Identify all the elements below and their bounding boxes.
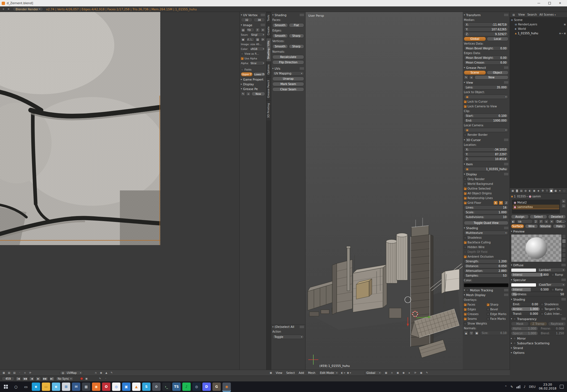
uv-view-menu-icon[interactable]: ▤ bbox=[7, 371, 11, 375]
outliner-row-object[interactable]: ▲ 1_01555_huhu ◉ ▸ ▣ bbox=[510, 31, 567, 35]
normals-size-field[interactable]: Size:0.10 bbox=[480, 331, 508, 335]
uv-image-editor-canvas[interactable] bbox=[0, 12, 240, 370]
taskbar-app-chrome-icon[interactable]: ◎ bbox=[112, 383, 120, 391]
lock-to-cursor-toggle[interactable]: Lock to Cursor bbox=[464, 100, 508, 104]
mean-crease-field[interactable]: Mean Crease:0.00 bbox=[464, 61, 508, 65]
dof-toggle[interactable]: Depth Of Field bbox=[464, 250, 508, 254]
viewport-shading-icon[interactable]: ◐ bbox=[341, 371, 345, 375]
mask-button[interactable]: Mask bbox=[511, 322, 529, 326]
gp-new-button[interactable]: New bbox=[474, 75, 508, 79]
panel-shading-mat[interactable]: Shading bbox=[510, 297, 567, 302]
median-y-field[interactable]: Y:107.62265 bbox=[464, 27, 508, 32]
panel-display-3d[interactable]: Display bbox=[463, 172, 510, 176]
unwrap-button[interactable]: Unwrap bbox=[272, 77, 304, 81]
panel-mesh-display[interactable]: Mesh Display bbox=[463, 292, 510, 297]
colorspace-select[interactable]: sRGB bbox=[249, 47, 265, 51]
restore-button[interactable] bbox=[544, 0, 555, 6]
panel-preview[interactable]: Preview bbox=[510, 229, 567, 234]
data-context-icon[interactable]: ▽ bbox=[545, 188, 549, 193]
hidden-wire-toggle[interactable]: Hidden Wire bbox=[464, 245, 508, 249]
material-context-icon[interactable]: ● bbox=[549, 188, 553, 193]
panel-transparency[interactable]: Transparency bbox=[510, 316, 567, 321]
preview-cube-button[interactable] bbox=[562, 244, 566, 248]
material-link-select[interactable]: Dat... bbox=[555, 219, 566, 224]
ao-strength-field[interactable]: Strength:1.200 bbox=[464, 259, 508, 263]
uv-snap-icon[interactable]: ∩ bbox=[94, 371, 98, 375]
ao-samples-field[interactable]: Samples:53 bbox=[464, 274, 508, 278]
faces-flat-button[interactable]: Flat bbox=[289, 23, 304, 27]
tray-pen-icon[interactable]: ✎ bbox=[510, 385, 513, 389]
ao-distance-field[interactable]: Distance:0.050 bbox=[464, 264, 508, 268]
mesh-menu[interactable]: Mesh bbox=[307, 371, 316, 374]
physics-context-icon[interactable]: ◌ bbox=[562, 188, 566, 193]
only-render-toggle[interactable]: Only Render bbox=[464, 177, 508, 181]
specular-ramp-toggle[interactable]: Ramp bbox=[551, 288, 566, 291]
preview-flat-button[interactable] bbox=[562, 234, 566, 239]
selectability-icon[interactable]: ▸ bbox=[562, 32, 563, 35]
outliner-search-menu[interactable]: Search bbox=[527, 13, 537, 16]
taskbar-app-terminal-icon[interactable]: ›_ bbox=[162, 383, 171, 391]
grid-scale-field[interactable]: Scale:1.000 bbox=[464, 210, 508, 214]
jump-to-end-button[interactable]: ▶| bbox=[49, 377, 54, 381]
panel-mirror[interactable]: Mirror bbox=[510, 336, 567, 341]
panel-view[interactable]: View bbox=[463, 80, 510, 85]
outliner-view-menu[interactable]: View bbox=[518, 13, 525, 16]
layers-widget-icon[interactable]: ▦ bbox=[384, 371, 388, 375]
blend-field[interactable]: Blend:1.250 bbox=[539, 331, 566, 335]
overlay-edges-toggle[interactable]: Edges bbox=[464, 308, 486, 311]
particles-context-icon[interactable]: ∗ bbox=[558, 188, 562, 193]
tab-3d-printing[interactable]: 3D Printing bbox=[266, 100, 271, 120]
preview-world-button[interactable] bbox=[562, 258, 566, 262]
sync-select[interactable]: No Sync bbox=[56, 377, 74, 381]
renderability-icon[interactable]: ▣ bbox=[564, 32, 566, 35]
median-x-field[interactable]: X:-11.46719 bbox=[464, 23, 508, 27]
outliner-row-renderlayers[interactable]: ▤ RenderLayers ▣ bbox=[510, 22, 567, 26]
cursor-z-field[interactable]: Z:10.8516 bbox=[464, 157, 508, 161]
edge-bevel-weight-field[interactable]: Mean Bevel Weight:0.00 bbox=[464, 56, 508, 60]
overlay-creases-toggle[interactable]: Creases bbox=[464, 313, 486, 316]
grid-x-button[interactable]: X bbox=[493, 201, 498, 205]
expand-menu-icon[interactable]: + bbox=[2, 8, 4, 11]
new-material-icon[interactable]: + bbox=[544, 219, 549, 224]
taskbar-app-file-explorer-icon[interactable]: ▭ bbox=[42, 383, 50, 391]
panel-uv-vertex[interactable]: UV Vertex bbox=[240, 13, 266, 17]
grid-y-button[interactable]: Y bbox=[499, 201, 503, 205]
ambient-occlusion-toggle[interactable]: Ambient Occlusion bbox=[464, 255, 508, 259]
taskbar-app-opera-icon[interactable]: O bbox=[102, 383, 110, 391]
render-engine-select[interactable]: Blender Render bbox=[13, 7, 43, 11]
taskbar-app-calculator-icon[interactable]: ▦ bbox=[82, 383, 90, 391]
outliner-scope-select[interactable]: All Scenes bbox=[539, 13, 556, 16]
assign-button[interactable]: Assign bbox=[511, 215, 529, 219]
overlay-sharp-toggle[interactable]: Sharp bbox=[487, 303, 509, 306]
play-button[interactable]: ▶ bbox=[36, 377, 41, 381]
uv-vertex-x-field[interactable]: 32 bbox=[241, 18, 253, 22]
panel-redo[interactable]: (De)select All bbox=[271, 324, 305, 329]
panel-shading-3d[interactable]: Shading bbox=[463, 226, 510, 230]
taskbar-clock[interactable]: 23:20 06.02.2018 bbox=[539, 383, 556, 391]
grease-pencil-icon-3d[interactable]: ✎ bbox=[464, 75, 468, 79]
relationship-lines-toggle[interactable]: Relationship Lines bbox=[464, 196, 508, 200]
overlay-faces-toggle[interactable]: Faces bbox=[464, 303, 486, 306]
material-fake-user-button[interactable]: F bbox=[539, 219, 543, 224]
render-toggle-icon[interactable]: ▣ bbox=[564, 23, 566, 26]
properties-editor-icon[interactable]: ▦ bbox=[511, 188, 515, 193]
diffuse-color-swatch[interactable] bbox=[511, 268, 536, 272]
network-icon[interactable] bbox=[517, 385, 520, 388]
image-pack-icon[interactable]: ▤ bbox=[255, 37, 260, 42]
gp-object-button[interactable]: Object bbox=[487, 71, 509, 75]
mode-select[interactable]: Edit Mode bbox=[318, 371, 339, 375]
specular-color-swatch[interactable] bbox=[511, 283, 536, 287]
tab-grease-pencil[interactable]: Grease Pencil bbox=[266, 77, 271, 100]
viewport-3d[interactable]: User Persp (459) 1_01555_huhu bbox=[306, 12, 463, 370]
next-keyframe-button[interactable]: ▶▶ bbox=[42, 377, 48, 381]
overlay-bevel-toggle[interactable]: Bevel bbox=[487, 308, 509, 311]
reload-image-icon[interactable]: ⟳ bbox=[261, 37, 265, 42]
material-name-field[interactable]: sa bbox=[516, 219, 533, 224]
uv-pin-icon[interactable]: ◦ bbox=[18, 371, 22, 375]
tab-options[interactable]: Options bbox=[266, 62, 271, 77]
uvmap-select[interactable]: ▦UVMap bbox=[60, 371, 83, 375]
grid-floor-toggle[interactable]: Grid Floor X Y Z bbox=[464, 201, 508, 205]
keying-set-icon[interactable]: ▣ bbox=[84, 377, 89, 381]
local-camera-select[interactable]: ▣ bbox=[464, 128, 508, 132]
add-slot-button[interactable]: + bbox=[561, 199, 566, 203]
